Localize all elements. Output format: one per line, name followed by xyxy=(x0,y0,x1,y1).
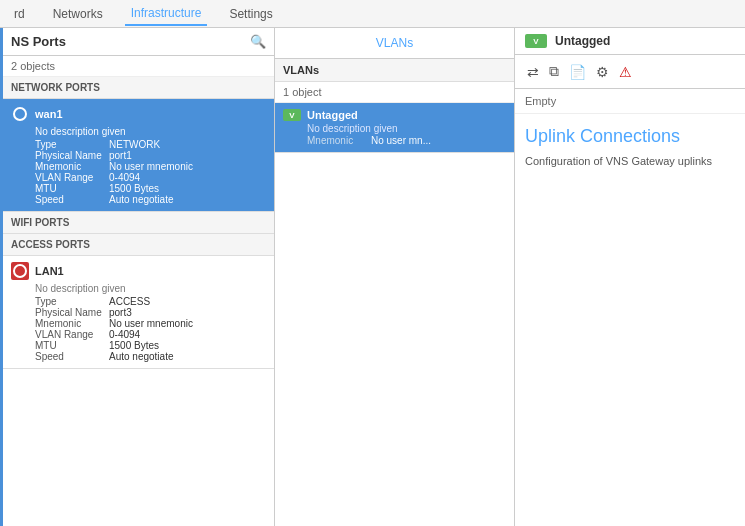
vlans-panel: VLANs VLANs 1 object V Untagged No descr… xyxy=(275,28,515,526)
port-name-lan1: LAN1 xyxy=(35,265,64,277)
lan1-vlanrange-label: VLAN Range xyxy=(35,329,105,340)
lan1-physname-value: port3 xyxy=(109,307,132,318)
reconnect-icon[interactable]: ⇄ xyxy=(525,62,541,82)
port-name-wan1: wan1 xyxy=(35,108,63,120)
vlan-mnemonic-value: No user mn... xyxy=(371,135,431,146)
lan1-type-value: ACCESS xyxy=(109,296,150,307)
ns-ports-panel: NS Ports 🔍 2 objects NETWORK PORTS wan1 … xyxy=(0,28,275,526)
right-vlan-icon: V xyxy=(525,34,547,48)
vlans-tab-header[interactable]: VLANs xyxy=(275,28,514,59)
physname-label: Physical Name xyxy=(35,150,105,161)
network-ports-section-header: NETWORK PORTS xyxy=(3,77,274,99)
copy-icon[interactable]: ⧉ xyxy=(547,61,561,82)
lan1-mtu-label: MTU xyxy=(35,340,105,351)
port-desc-lan1: No description given xyxy=(35,283,266,294)
uplink-content: Uplink Connections Configuration of VNS … xyxy=(515,114,745,526)
port-details-wan1: Type NETWORK Physical Name port1 Mnemoni… xyxy=(35,139,266,205)
port-physname-row: Physical Name port1 xyxy=(35,150,266,161)
document-icon[interactable]: 📄 xyxy=(567,62,588,82)
mnemonic-label: Mnemonic xyxy=(35,161,105,172)
vlan-mnemonic-label: Mnemonic xyxy=(307,135,367,146)
uplink-subtitle: Configuration of VNS Gateway uplinks xyxy=(525,155,735,167)
top-navigation: rd Networks Infrastructure Settings xyxy=(0,0,745,28)
uplink-title: Uplink Connections xyxy=(525,126,735,147)
nav-settings[interactable]: Settings xyxy=(223,3,278,25)
lan1-type-label: Type xyxy=(35,296,105,307)
lan1-speed-label: Speed xyxy=(35,351,105,362)
vlans-objects-count: 1 object xyxy=(275,82,514,103)
objects-count: 2 objects xyxy=(3,56,274,77)
lan1-speed-value: Auto negotiate xyxy=(109,351,174,362)
vlan-name-untagged: Untagged xyxy=(307,109,358,121)
mtu-value: 1500 Bytes xyxy=(109,183,159,194)
lan1-vlanrange-row: VLAN Range 0-4094 xyxy=(35,329,266,340)
port-item-lan1[interactable]: LAN1 No description given Type ACCESS Ph… xyxy=(3,256,274,369)
port-header-wan1: wan1 xyxy=(11,105,266,123)
port-speed-row: Speed Auto negotiate xyxy=(35,194,266,205)
ns-ports-header: NS Ports 🔍 xyxy=(3,28,274,56)
port-header-lan1: LAN1 xyxy=(11,262,266,280)
mnemonic-value: No user mnemonic xyxy=(109,161,193,172)
vlan-item-untagged[interactable]: V Untagged No description given Mnemonic… xyxy=(275,103,514,153)
port-type-row: Type NETWORK xyxy=(35,139,266,150)
access-ports-section-header: ACCESS PORTS xyxy=(3,234,274,256)
ports-scroll-area[interactable]: NETWORK PORTS wan1 No description given … xyxy=(3,77,274,526)
type-value: NETWORK xyxy=(109,139,160,150)
vlans-section-header: VLANs xyxy=(275,59,514,82)
type-label: Type xyxy=(35,139,105,150)
alert-icon[interactable]: ⚠ xyxy=(617,62,634,82)
wifi-ports-section-header: WIFI PORTS xyxy=(3,212,274,234)
network-port-icon xyxy=(11,105,29,123)
physname-value: port1 xyxy=(109,150,132,161)
right-panel-header: V Untagged xyxy=(515,28,745,55)
main-layout: NS Ports 🔍 2 objects NETWORK PORTS wan1 … xyxy=(0,28,745,526)
search-icon[interactable]: 🔍 xyxy=(250,34,266,49)
vlans-tab-label: VLANs xyxy=(376,36,413,50)
nav-rd[interactable]: rd xyxy=(8,3,31,25)
right-panel-toolbar: ⇄ ⧉ 📄 ⚙ ⚠ xyxy=(515,55,745,89)
access-port-icon xyxy=(11,262,29,280)
vlan-item-header: V Untagged xyxy=(283,109,506,121)
lan1-type-row: Type ACCESS xyxy=(35,296,266,307)
uplink-panel: V Untagged ⇄ ⧉ 📄 ⚙ ⚠ Empty Uplink Connec… xyxy=(515,28,745,526)
lan1-physname-row: Physical Name port3 xyxy=(35,307,266,318)
lan1-vlanrange-value: 0-4094 xyxy=(109,329,140,340)
nav-infrastructure[interactable]: Infrastructure xyxy=(125,2,208,26)
speed-label: Speed xyxy=(35,194,105,205)
port-item-wan1[interactable]: wan1 No description given Type NETWORK P… xyxy=(3,99,274,212)
vlanrange-value: 0-4094 xyxy=(109,172,140,183)
settings-icon[interactable]: ⚙ xyxy=(594,62,611,82)
lan1-mtu-value: 1500 Bytes xyxy=(109,340,159,351)
vlan-icon: V xyxy=(283,109,301,121)
vlanrange-label: VLAN Range xyxy=(35,172,105,183)
right-panel-vlan-label: Untagged xyxy=(555,34,610,48)
port-desc-wan1: No description given xyxy=(35,126,266,137)
vlan-mnemonic-row: Mnemonic No user mn... xyxy=(307,135,506,146)
mtu-label: MTU xyxy=(35,183,105,194)
port-mnemonic-row: Mnemonic No user mnemonic xyxy=(35,161,266,172)
nav-networks[interactable]: Networks xyxy=(47,3,109,25)
speed-value: Auto negotiate xyxy=(109,194,174,205)
lan1-mnemonic-value: No user mnemonic xyxy=(109,318,193,329)
lan1-mnemonic-row: Mnemonic No user mnemonic xyxy=(35,318,266,329)
port-mtu-row: MTU 1500 Bytes xyxy=(35,183,266,194)
port-vlanrange-row: VLAN Range 0-4094 xyxy=(35,172,266,183)
lan1-mnemonic-label: Mnemonic xyxy=(35,318,105,329)
lan1-speed-row: Speed Auto negotiate xyxy=(35,351,266,362)
port-details-lan1: Type ACCESS Physical Name port3 Mnemonic… xyxy=(35,296,266,362)
lan1-physname-label: Physical Name xyxy=(35,307,105,318)
ns-ports-title: NS Ports xyxy=(11,34,66,49)
lan1-mtu-row: MTU 1500 Bytes xyxy=(35,340,266,351)
vlan-desc-untagged: No description given xyxy=(307,123,506,134)
empty-label: Empty xyxy=(515,89,745,114)
